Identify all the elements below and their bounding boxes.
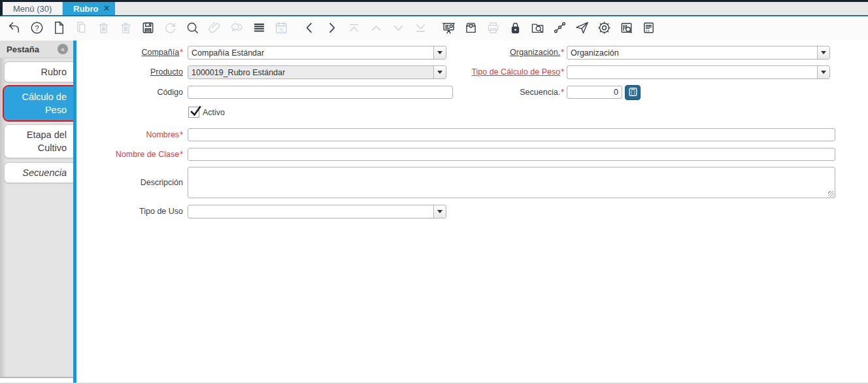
nombres-label: Nombres* — [76, 128, 183, 142]
new-record-icon — [52, 20, 67, 37]
tipo-calculo-peso-label-link[interactable]: Tipo de Cálculo de Peso — [471, 67, 560, 77]
tipo-calculo-peso-dropdown-button[interactable] — [817, 66, 829, 79]
grid-toggle-icon — [252, 20, 267, 37]
find-button[interactable] — [184, 20, 200, 38]
svg-text:31: 31 — [278, 27, 284, 31]
sidebar-title: Pestaña — [7, 44, 39, 54]
sidebar-tab-list: RubroCálculo de PesoEtapa del CultivoSec… — [0, 58, 73, 187]
zoom-across-button[interactable] — [529, 20, 545, 38]
form-content: Compañía* Organización.* Producto — [76, 41, 868, 383]
refresh-icon — [163, 20, 178, 37]
nombre-clase-label: Nombre de Clase* — [76, 148, 183, 162]
secuencia-input[interactable] — [567, 86, 622, 99]
sidebar-tab-label: Secuencia — [22, 167, 67, 178]
compania-label-link[interactable]: Compañía — [141, 48, 179, 57]
sidebar-tab-label: Etapa del Cultivo — [27, 130, 67, 153]
sidebar-tab-calculo-de-peso[interactable]: Cálculo de Peso — [4, 86, 73, 120]
save-button[interactable] — [140, 20, 156, 38]
activo-checkbox[interactable] — [188, 107, 199, 118]
sidebar-tab-etapa-del-cultivo[interactable]: Etapa del Cultivo — [4, 124, 73, 158]
tipo-uso-label: Tipo de Uso — [76, 205, 183, 218]
toolbar: ?31 — [0, 16, 868, 41]
product-info-button[interactable] — [618, 20, 634, 38]
close-icon[interactable]: × — [104, 3, 110, 14]
window-tab-bar: Menú (30) Rubro × — [0, 0, 868, 16]
tipo-calculo-peso-input[interactable] — [567, 66, 817, 79]
help-button[interactable]: ? — [29, 20, 44, 38]
svg-text:?: ? — [35, 24, 39, 31]
print-button — [485, 20, 501, 38]
down-icon — [391, 20, 406, 37]
codigo-label: Código — [76, 86, 183, 99]
sidebar-tab-rubro[interactable]: Rubro — [4, 61, 73, 82]
chevron-down-icon — [437, 210, 442, 213]
new-record-button[interactable] — [51, 20, 67, 38]
organizacion-input[interactable] — [567, 46, 817, 59]
workflow-icon — [552, 20, 567, 37]
organizacion-label: Organización.* — [351, 46, 564, 60]
archive-button[interactable] — [463, 20, 478, 38]
refresh-button — [162, 20, 178, 38]
send-mail-button[interactable] — [574, 20, 590, 38]
grid-toggle-button[interactable] — [251, 20, 267, 38]
print-icon — [486, 20, 501, 37]
lock-icon — [508, 20, 523, 37]
process-icon — [597, 20, 612, 37]
compania-label: Compañía* — [76, 46, 183, 60]
chevron-down-icon — [821, 51, 826, 54]
archive-icon — [463, 20, 478, 37]
tab-menu[interactable]: Menú (30) — [3, 2, 63, 15]
collapse-sidebar-button[interactable]: « — [58, 44, 68, 54]
down-button — [390, 20, 406, 38]
chat-icon — [229, 20, 244, 37]
delete-selection-button — [118, 20, 133, 38]
calculator-button[interactable] — [625, 85, 641, 100]
sidebar-tab-secuencia[interactable]: Secuencia — [4, 162, 73, 183]
tipo-calculo-peso-label: Tipo de Cálculo de Peso* — [351, 65, 564, 79]
organizacion-dropdown-button[interactable] — [817, 46, 829, 59]
nombres-input[interactable] — [188, 128, 835, 141]
nombre-clase-input[interactable] — [188, 148, 835, 161]
calendar-button: 31 — [273, 20, 289, 38]
sidebar-tab-label: Rubro — [41, 67, 67, 77]
zoom-across-icon — [530, 20, 545, 37]
secuencia-label: Secuencia.* — [351, 86, 564, 99]
send-mail-icon — [575, 20, 590, 37]
tab-bar-spacer — [115, 2, 868, 15]
tab-rubro-label: Rubro — [73, 4, 98, 14]
descripcion-label: Descripción — [76, 167, 183, 198]
process-button[interactable] — [596, 20, 612, 38]
attachment-button — [207, 20, 222, 38]
previous-record-button[interactable] — [301, 20, 317, 38]
product-info-icon — [619, 20, 634, 37]
copy-record-button — [73, 20, 89, 38]
tab-rubro[interactable]: Rubro × — [63, 2, 115, 15]
help-icon: ? — [29, 20, 44, 37]
report-button[interactable] — [441, 20, 456, 38]
delete-record-icon — [96, 20, 111, 37]
sidebar-tab-label: Cálculo de Peso — [22, 92, 67, 115]
check-icon — [190, 105, 202, 118]
chat-button — [229, 20, 244, 38]
descripcion-textarea[interactable] — [188, 167, 835, 198]
notes-icon — [641, 20, 656, 37]
find-icon — [185, 20, 200, 37]
tipo-uso-combobox — [188, 205, 446, 218]
attachment-icon — [207, 20, 222, 37]
producto-label-link[interactable]: Producto — [150, 67, 183, 77]
tipo-uso-input[interactable] — [188, 205, 433, 218]
notes-button[interactable] — [641, 20, 656, 38]
producto-label: Producto — [76, 65, 183, 79]
organizacion-label-link[interactable]: Organización. — [510, 48, 560, 57]
activo-label: Activo — [203, 108, 225, 117]
tipo-uso-dropdown-button[interactable] — [433, 205, 446, 218]
lock-button[interactable] — [507, 20, 523, 38]
next-record-icon — [324, 20, 339, 37]
undo-button[interactable] — [7, 20, 22, 38]
next-record-button[interactable] — [324, 20, 339, 38]
copy-record-icon — [74, 20, 89, 37]
workflow-button[interactable] — [552, 20, 567, 38]
delete-record-button — [95, 20, 111, 38]
sidebar-header: Pestaña « — [0, 41, 73, 58]
tab-menu-label: Menú (30) — [13, 4, 52, 14]
